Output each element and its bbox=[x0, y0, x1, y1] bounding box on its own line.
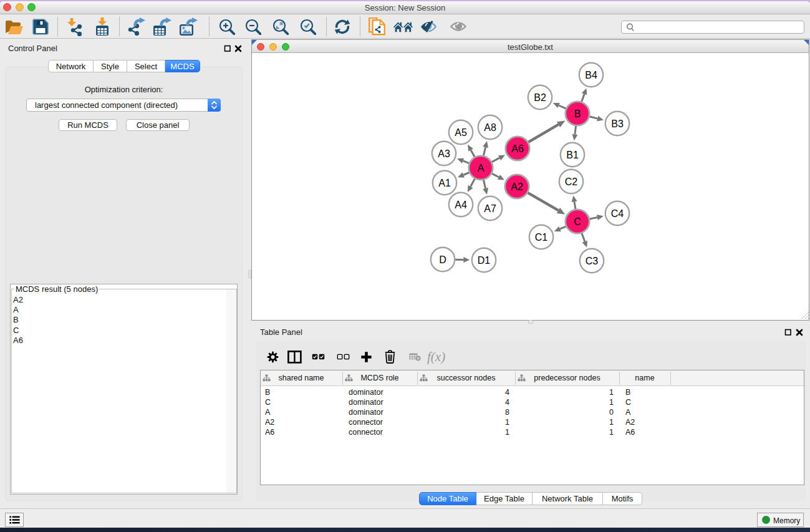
svg-text:B1: B1 bbox=[566, 150, 579, 160]
svg-text:B: B bbox=[574, 109, 581, 119]
svg-text:A1: A1 bbox=[438, 178, 451, 188]
svg-text:A6: A6 bbox=[511, 143, 524, 154]
svg-text:C2: C2 bbox=[565, 177, 578, 187]
svg-text:A2: A2 bbox=[511, 181, 523, 192]
svg-text:B3: B3 bbox=[611, 118, 624, 129]
svg-text:A7: A7 bbox=[484, 203, 496, 214]
svg-text:A5: A5 bbox=[455, 127, 467, 138]
svg-text:B2: B2 bbox=[534, 92, 546, 103]
svg-text:B4: B4 bbox=[585, 70, 597, 80]
svg-text:C4: C4 bbox=[611, 208, 624, 219]
svg-text:A: A bbox=[478, 163, 485, 173]
svg-text:D: D bbox=[439, 254, 446, 265]
svg-text:A8: A8 bbox=[484, 122, 496, 133]
svg-text:C1: C1 bbox=[535, 232, 548, 243]
svg-text:D1: D1 bbox=[478, 255, 491, 266]
svg-text:A4: A4 bbox=[455, 200, 467, 210]
svg-text:C3: C3 bbox=[586, 256, 599, 266]
svg-text:A3: A3 bbox=[438, 148, 450, 159]
svg-text:C: C bbox=[574, 216, 581, 227]
